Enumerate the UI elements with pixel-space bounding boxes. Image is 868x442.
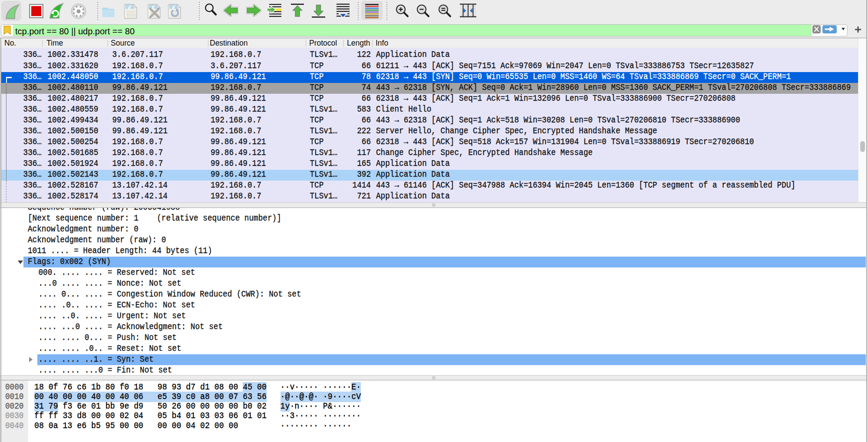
svg-text:01110: 01110 [127,15,135,18]
